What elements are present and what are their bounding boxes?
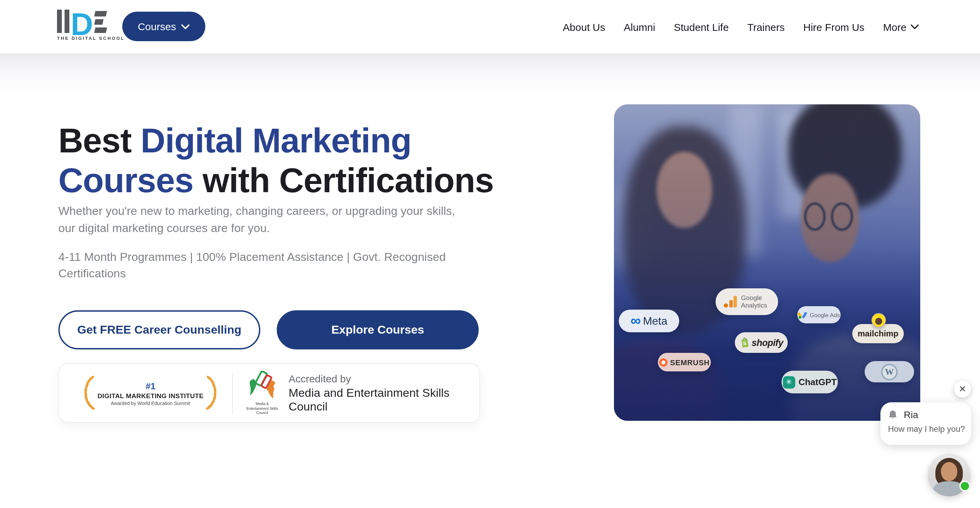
chat-bubble[interactable]: Ria How may I help you? [880, 402, 971, 445]
nav-label: About Us [563, 21, 605, 33]
nav-alumni[interactable]: Alumni [624, 21, 655, 33]
logo-letter-d: D [71, 14, 93, 35]
mailchimp-icon [872, 313, 886, 327]
nav-trainers[interactable]: Trainers [747, 21, 784, 33]
shopify-icon: S [739, 337, 749, 348]
chevron-down-icon [181, 24, 190, 29]
page-title: Best Digital Marketing Courses with Cert… [58, 121, 498, 200]
shopify-badge: S shopify [735, 332, 788, 353]
chat-avatar[interactable] [928, 454, 970, 496]
chat-agent-name: Ria [904, 409, 918, 420]
google-ads-icon [798, 311, 807, 319]
google-ads-label: Google Ads [810, 311, 840, 318]
award-badge: #1 DIGITAL MARKETING INSTITUTE Awarded b… [83, 374, 219, 412]
nav-label: Alumni [624, 21, 655, 33]
chatgpt-label: ChatGPT [799, 377, 837, 387]
nav-label: Student Life [674, 21, 729, 33]
laurel-left-icon [83, 374, 95, 412]
nav-about-us[interactable]: About Us [563, 21, 605, 33]
courses-button[interactable]: Courses [122, 12, 205, 41]
meta-label: Meta [643, 315, 667, 327]
award-rank: #1 [97, 381, 204, 391]
semrush-icon [659, 358, 667, 366]
hero-description: Whether you're new to marketing, changin… [58, 203, 471, 237]
accredited-by: Accredited by Media and Entertainment Sk… [288, 372, 479, 414]
logo-bar [57, 10, 62, 33]
explore-courses-button[interactable]: Explore Courses [277, 310, 479, 349]
google-analytics-label: Google Analytics [741, 294, 770, 309]
mesc-caption: Media & Entertainment Skills Council [245, 402, 279, 416]
logo-letter-e [94, 11, 106, 33]
award-title: DIGITAL MARKETING INSTITUTE [97, 392, 204, 399]
accredited-by-name: Media and Entertainment Skills Council [288, 386, 479, 414]
programme-info: 4-11 Month Programmes | 100% Placement A… [58, 249, 460, 282]
nav-hire-from-us[interactable]: Hire From Us [803, 21, 864, 33]
wordpress-badge: W [865, 361, 914, 383]
chevron-down-icon [911, 24, 919, 30]
google-analytics-icon [724, 296, 737, 308]
semrush-badge: SEMRUSH [658, 353, 711, 371]
header: D THE DIGITAL SCHOOL Courses About Us Al… [0, 0, 980, 54]
logo-tagline: THE DIGITAL SCHOOL [57, 36, 116, 41]
google-analytics-badge: Google Analytics [716, 288, 778, 315]
iide-logo[interactable]: D THE DIGITAL SCHOOL [57, 10, 116, 44]
cta-row: Get FREE Career Counselling Explore Cour… [58, 310, 479, 349]
chat-close-button[interactable]: ✕ [954, 380, 971, 397]
online-status-dot [959, 481, 970, 492]
meta-icon: ∞ [630, 313, 641, 327]
chat-greeting: How may I help you? [888, 424, 964, 434]
career-counselling-button[interactable]: Get FREE Career Counselling [58, 310, 260, 349]
bell-icon [888, 410, 897, 420]
accredited-by-label: Accredited by [288, 372, 479, 384]
courses-button-label: Courses [138, 21, 176, 32]
nav-label: More [883, 21, 907, 33]
headline-suffix: with Certifications [193, 161, 494, 199]
nav-label: Hire From Us [803, 21, 864, 33]
mesc-logo-mark [247, 371, 277, 398]
iide-logo-mark: D [57, 10, 116, 33]
google-ads-badge: Google Ads [797, 306, 841, 323]
shopify-label: shopify [752, 337, 783, 348]
accreditation-card: #1 DIGITAL MARKETING INSTITUTE Awarded b… [58, 363, 480, 423]
wordpress-icon: W [881, 364, 897, 380]
main-nav: About Us Alumni Student Life Trainers Hi… [563, 0, 919, 54]
card-divider [232, 373, 233, 413]
chatgpt-badge: ✳ ChatGPT [781, 371, 838, 393]
mesc-logo: Media & Entertainment Skills Council [245, 371, 279, 416]
page: D THE DIGITAL SCHOOL Courses About Us Al… [0, 0, 980, 508]
hero-top-gradient [0, 54, 980, 95]
chatgpt-icon: ✳ [783, 376, 795, 388]
logo-bar [65, 10, 69, 33]
award-text: #1 DIGITAL MARKETING INSTITUTE Awarded b… [97, 381, 204, 405]
award-subtitle: Awarded by World Education Summit [97, 400, 204, 405]
nav-student-life[interactable]: Student Life [674, 21, 729, 33]
meta-badge: ∞ Meta [619, 310, 679, 332]
nav-more[interactable]: More [883, 21, 919, 33]
hero-image: ∞ Meta Google Analytics Google Ads mailc… [614, 104, 920, 421]
semrush-label: SEMRUSH [670, 358, 710, 366]
headline-prefix: Best [58, 121, 141, 160]
laurel-right-icon [206, 374, 219, 412]
nav-label: Trainers [747, 21, 784, 33]
mailchimp-label: mailchimp [858, 329, 899, 338]
